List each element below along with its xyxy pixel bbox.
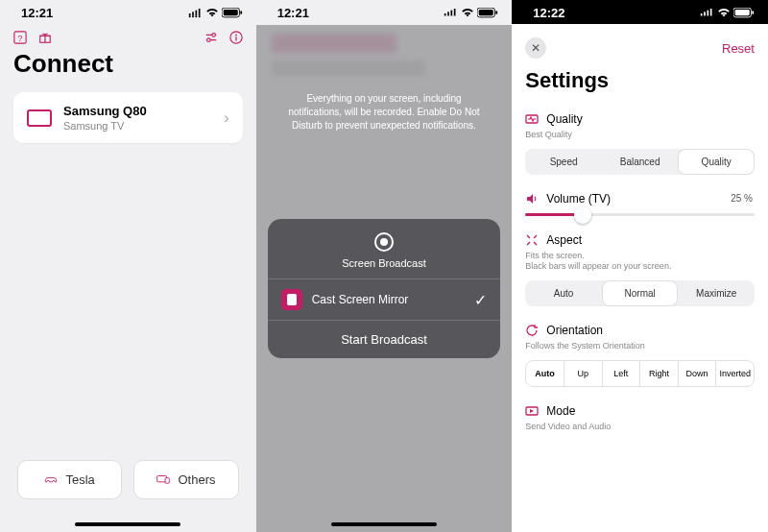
quality-section: Quality Best Quality Speed Balanced Qual…: [512, 109, 768, 188]
reset-button[interactable]: Reset: [722, 41, 755, 56]
svg-point-15: [206, 38, 210, 42]
page-title: Connect: [0, 47, 256, 92]
svg-rect-29: [704, 12, 706, 15]
car-icon: [44, 473, 58, 487]
svg-rect-21: [444, 13, 446, 16]
app-icon: [281, 289, 302, 310]
recording-warning: Everything on your screen, including not…: [256, 92, 513, 133]
mode-section: Mode Send Video and Audio: [512, 400, 768, 445]
settings-screen: 12:22 ✕ Reset Settings Quality Best Qual…: [512, 0, 768, 532]
tv-icon: [27, 109, 52, 127]
connect-screen: 12:21 ? Connect Samsung Q80 Samsung TV ›…: [0, 0, 256, 532]
aspect-icon: [525, 233, 539, 247]
help-icon[interactable]: ?: [13, 30, 27, 43]
svg-rect-27: [496, 11, 498, 14]
devices-icon: [156, 473, 170, 487]
orient-inverted[interactable]: Inverted: [716, 361, 754, 386]
settings-header: ✕ Reset: [512, 24, 768, 64]
svg-rect-24: [454, 9, 456, 16]
volume-slider[interactable]: [525, 213, 755, 216]
quality-subtitle: Best Quality: [525, 130, 755, 141]
volume-label: Volume (TV): [546, 192, 611, 206]
aspect-opt-auto[interactable]: Auto: [525, 280, 602, 306]
svg-rect-34: [752, 11, 754, 14]
svg-point-1: [192, 15, 194, 17]
svg-rect-18: [235, 36, 236, 40]
orient-left[interactable]: Left: [603, 361, 641, 386]
broadcast-app-row[interactable]: Cast Screen Mirror ✓: [268, 278, 501, 320]
svg-rect-6: [195, 10, 197, 15]
info-icon[interactable]: [229, 30, 243, 43]
aspect-opt-normal[interactable]: Normal: [602, 280, 679, 306]
svg-rect-28: [701, 13, 703, 16]
orient-right[interactable]: Right: [640, 361, 679, 386]
mode-icon: [525, 404, 539, 418]
aspect-section: Aspect Fits the screen.Black bars will a…: [512, 230, 768, 320]
volume-value: 25 %: [731, 193, 753, 204]
sheet-title: Screen Broadcast: [268, 257, 501, 269]
record-icon: [374, 232, 394, 252]
broadcast-screen: 12:21 Everything on your screen, includi…: [256, 0, 513, 532]
start-broadcast-button[interactable]: Start Broadcast: [268, 320, 501, 358]
sliders-icon[interactable]: [204, 30, 218, 43]
aspect-subtitle: Fits the screen.Black bars will appear o…: [525, 251, 755, 273]
status-bar: 12:21: [0, 0, 256, 24]
chevron-right-icon: ›: [224, 109, 228, 127]
quality-label: Quality: [546, 112, 582, 126]
svg-rect-33: [735, 10, 750, 15]
svg-point-2: [195, 15, 197, 17]
home-indicator[interactable]: [75, 522, 180, 526]
svg-point-0: [188, 15, 190, 17]
svg-rect-20: [166, 477, 170, 483]
svg-point-14: [212, 34, 216, 37]
quality-opt-speed[interactable]: Speed: [525, 149, 602, 175]
svg-rect-22: [447, 12, 449, 15]
svg-rect-4: [188, 13, 190, 16]
status-bar: 12:22: [512, 0, 768, 24]
quality-opt-quality[interactable]: Quality: [678, 149, 755, 175]
volume-icon: [525, 192, 539, 206]
svg-point-3: [198, 15, 200, 17]
status-time: 12:21: [277, 6, 309, 20]
quality-icon: [525, 112, 539, 126]
mode-subtitle: Send Video and Audio: [525, 422, 755, 433]
mode-label: Mode: [546, 404, 575, 418]
orient-up[interactable]: Up: [564, 361, 603, 386]
aspect-opt-maximize[interactable]: Maximize: [678, 280, 755, 306]
status-time: 12:21: [21, 6, 53, 20]
status-time: 12:22: [533, 6, 564, 20]
orientation-section: Orientation Follows the System Orientati…: [512, 320, 768, 400]
gift-icon[interactable]: [38, 30, 52, 43]
status-bar: 12:21: [256, 0, 513, 24]
orientation-icon: [525, 324, 539, 337]
aspect-label: Aspect: [546, 233, 582, 247]
orientation-subtitle: Follows the System Orientation: [525, 341, 755, 352]
orientation-segment: Auto Up Left Right Down Inverted: [525, 360, 755, 387]
svg-text:?: ?: [18, 34, 23, 43]
others-button[interactable]: Others: [133, 460, 238, 499]
check-icon: ✓: [474, 291, 487, 309]
device-subtitle: Samsung TV: [63, 120, 147, 132]
svg-rect-9: [223, 10, 237, 15]
svg-point-17: [235, 35, 237, 36]
header-toolbar: ?: [0, 24, 256, 47]
orient-down[interactable]: Down: [679, 361, 717, 386]
orientation-label: Orientation: [546, 324, 603, 337]
status-icons: [444, 8, 498, 18]
quality-opt-balanced[interactable]: Balanced: [602, 149, 679, 175]
settings-title: Settings: [512, 64, 768, 109]
close-button[interactable]: ✕: [525, 37, 546, 59]
device-name: Samsung Q80: [63, 104, 147, 118]
sheet-header: Screen Broadcast: [268, 219, 501, 278]
device-card[interactable]: Samsung Q80 Samsung TV ›: [13, 92, 243, 143]
quality-segment: Speed Balanced Quality: [525, 149, 755, 175]
home-indicator[interactable]: [331, 522, 437, 526]
svg-rect-10: [240, 11, 242, 14]
svg-rect-5: [192, 12, 194, 15]
tesla-button[interactable]: Tesla: [17, 460, 122, 499]
orient-auto[interactable]: Auto: [526, 361, 564, 386]
volume-section: Volume (TV) 25 %: [512, 188, 768, 230]
app-name: Cast Screen Mirror: [312, 293, 409, 306]
svg-rect-31: [710, 9, 712, 16]
svg-rect-7: [198, 9, 200, 16]
